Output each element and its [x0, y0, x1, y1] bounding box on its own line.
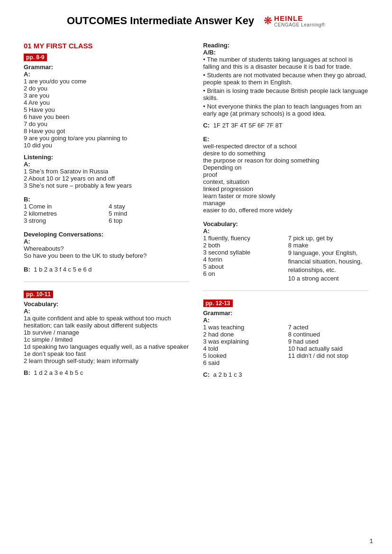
grammar-pp12-col1: 1 was teaching 2 had done 3 was explaini…	[203, 324, 283, 366]
list-item: 6 said	[203, 359, 283, 366]
list-item: 6 have you been	[24, 113, 189, 120]
list-item: 2 do you	[24, 85, 189, 92]
left-column: 01 MY FIRST CLASS pp. 8-9 Grammar: A: 1 …	[24, 42, 189, 385]
list-item: 1a quite confident and able to speak wit…	[24, 315, 189, 329]
list-item: 1e don’t speak too fast	[24, 350, 189, 357]
list-item: 1c simple / limited	[24, 336, 189, 343]
vocab-pp10-label: Vocabulary:	[24, 300, 189, 308]
list-item: Depending on	[203, 164, 369, 171]
list-item: easier to do, offered more widely	[203, 207, 369, 214]
list-item: well-respected director of a school	[203, 143, 369, 150]
list-item: linked progression	[203, 185, 369, 192]
list-item: 7 pick up, get by	[288, 235, 368, 242]
list-item: 4 stay	[109, 203, 189, 210]
dev-conv-b-label: B:	[24, 266, 30, 273]
page-header: OUTCOMES Intermediate Answer Key ❋ HEINL…	[24, 14, 368, 27]
list-item: 1d speaking two languages equally well, …	[24, 343, 189, 350]
list-item: desire to do something	[203, 150, 369, 157]
list-item: 10 had actually said	[288, 345, 368, 352]
list-item: 2 had done	[203, 331, 283, 338]
divider-left	[24, 282, 189, 282]
list-item: 9 had used	[288, 338, 368, 345]
list-item: 2 learn through self-study; learn inform…	[24, 357, 189, 364]
publisher-logo: ❋ HEINLE CENGAGE Learning®	[264, 14, 325, 27]
list-item: So have you been to the UK to study befo…	[24, 252, 189, 259]
vocab-right-col2: 7 pick up, get by 8 make 9 language, you…	[288, 235, 368, 282]
grammar-pp12-a-label: A:	[203, 317, 369, 324]
listening-b-section: B: 1 Come in 2 kilometres 3 strong 4 sta…	[24, 196, 189, 224]
list-item: 8 Have you got	[24, 127, 189, 135]
list-item: 4 told	[203, 345, 283, 352]
list-item: 3 second syllable	[203, 249, 283, 256]
list-item: 9 language, your English, financial situ…	[288, 249, 368, 275]
pp8-9-section: pp. 8-9 Grammar: A: 1 are you/do you com…	[24, 54, 189, 149]
grammar-pp12-label: Grammar:	[203, 309, 369, 317]
grammar-a-label: A:	[24, 71, 189, 78]
list-item: 1 was teaching	[203, 324, 283, 331]
list-item: 3 are you	[24, 92, 189, 99]
reading-ab-label: A/B:	[203, 49, 369, 56]
list-item: • Not everyone thinks the plan to teach …	[203, 103, 369, 117]
list-item: 4 forrin	[203, 256, 283, 263]
listening-label: Listening:	[24, 154, 189, 161]
vocab-right-cols: 1 fluently, fluency 2 both 3 second syll…	[203, 235, 369, 282]
list-item: 8 continued	[288, 331, 368, 338]
list-item: 5 looked	[203, 352, 283, 359]
divider-right	[203, 291, 369, 291]
reading-c-label: C:	[203, 122, 210, 129]
dev-conv-section: Developing Conversations: A: Whereabouts…	[24, 231, 189, 259]
logo-bottom: CENGAGE Learning®	[274, 22, 325, 27]
list-item: 1 are you/do you come	[24, 78, 189, 85]
pp12-13-section: pp. 12-13 Grammar: A: 1 was teaching 2 h…	[203, 300, 369, 366]
list-item: 3 strong	[24, 217, 104, 224]
grammar-pp12-c-section: C: a 2 b 1 c 3	[203, 371, 369, 378]
list-item: 8 make	[288, 242, 368, 249]
listening-b-col2: 4 stay 5 mind 6 top	[109, 203, 189, 224]
logo-icon: ❋	[264, 15, 272, 27]
list-item: 6 top	[109, 217, 189, 224]
grammar-pp12-c-text: a 2 b 1 c 3	[213, 371, 242, 378]
vocab-b-text: 1 d 2 a 3 e 4 b 5 c	[34, 369, 83, 376]
pp-badge-12-13: pp. 12-13	[203, 300, 233, 307]
list-item: manage	[203, 200, 369, 207]
list-item: proof	[203, 171, 369, 178]
vocab-right-a-label: A:	[203, 227, 369, 235]
list-item: • Britain is losing trade because Britis…	[203, 87, 369, 101]
grammar-pp12-cols: 1 was teaching 2 had done 3 was explaini…	[203, 324, 369, 366]
list-item: 1 fluently, fluency	[203, 235, 283, 242]
grammar-pp12-col2: 7 acted 8 continued 9 had used 10 had ac…	[288, 324, 368, 366]
pp-badge-10-11: pp. 10-11	[24, 291, 53, 298]
reading-c-text: 1F 2T 3F 4T 5F 6F 7F 8T	[213, 122, 283, 129]
logo-top: HEINLE	[274, 14, 325, 22]
page-number: 1	[370, 537, 373, 545]
vocab-b-label: B:	[24, 369, 30, 376]
dev-conv-label: Developing Conversations:	[24, 231, 189, 238]
list-item: 4 Are you	[24, 99, 189, 106]
list-item: 1 Come in	[24, 203, 104, 210]
list-item: 7 acted	[288, 324, 368, 331]
vocab-pp10-a-label: A:	[24, 308, 189, 315]
list-item: 5 mind	[109, 210, 189, 217]
vocab-pp10-a-list: 1a quite confident and able to speak wit…	[24, 315, 189, 364]
list-item: Whereabouts?	[24, 245, 189, 252]
list-item: 1b survive / manage	[24, 329, 189, 336]
reading-section: Reading: A/B: • The number of students t…	[203, 42, 369, 117]
vocab-right-col1: 1 fluently, fluency 2 both 3 second syll…	[203, 235, 283, 282]
list-item: context, situation	[203, 178, 369, 185]
main-content: 01 MY FIRST CLASS pp. 8-9 Grammar: A: 1 …	[24, 42, 368, 385]
listening-b-label: B:	[24, 196, 189, 203]
list-item: learn faster or more slowly	[203, 192, 369, 200]
dev-conv-b-text: 1 b 2 a 3 f 4 c 5 e 6 d	[34, 266, 91, 273]
grammar-label: Grammar:	[24, 64, 189, 71]
list-item: 2 both	[203, 242, 283, 249]
list-item: 3 was explaining	[203, 338, 283, 345]
list-item: 10 did you	[24, 142, 189, 149]
reading-e-section: E: well-respected director of a school d…	[203, 136, 369, 214]
list-item: 6 on	[203, 270, 283, 277]
list-item: 2 kilometres	[24, 210, 104, 217]
list-item: • Students are not motivated because whe…	[203, 72, 369, 86]
vocab-right-label: Vocabulary:	[203, 220, 369, 227]
listening-a-label: A:	[24, 161, 189, 168]
listening-a-list: 1 She’s from Saratov in Russia 2 About 1…	[24, 168, 189, 189]
list-item: 1 She’s from Saratov in Russia	[24, 168, 189, 175]
